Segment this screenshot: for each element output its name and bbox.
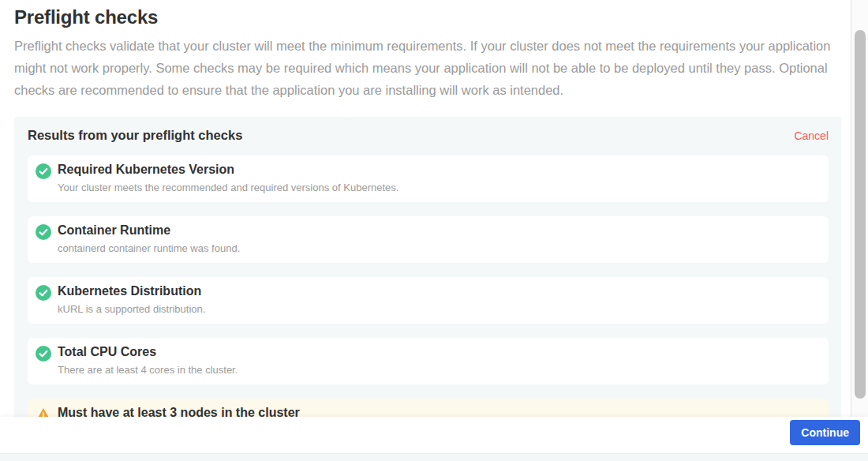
check-card-container-runtime: Container Runtime containerd container r… — [28, 216, 829, 263]
bottom-strip — [0, 453, 868, 461]
check-circle-icon — [36, 346, 51, 362]
check-title: Container Runtime — [58, 223, 816, 238]
cancel-link[interactable]: Cancel — [794, 129, 829, 142]
preflight-content: Preflight checks Preflight checks valida… — [0, 0, 851, 417]
check-body: Total CPU Cores There are at least 4 cor… — [58, 345, 816, 376]
check-body: Kubernetes Distribution kURL is a suppor… — [58, 284, 816, 315]
check-title: Required Kubernetes Version — [58, 163, 816, 177]
warning-triangle-icon — [36, 407, 51, 417]
scrollbar-track[interactable] — [851, 0, 868, 417]
continue-button[interactable]: Continue — [790, 420, 860, 445]
page-description: Preflight checks validate that your clus… — [14, 35, 841, 101]
check-circle-icon — [36, 285, 51, 301]
check-body: Container Runtime containerd container r… — [58, 223, 816, 254]
preflight-checks-page: Preflight checks Preflight checks valida… — [0, 0, 868, 461]
page-title: Preflight checks — [14, 6, 841, 28]
panel-header-row: Results from your preflight checks Cance… — [28, 128, 829, 143]
check-title: Kubernetes Distribution — [58, 284, 816, 298]
check-card-kubernetes-distribution: Kubernetes Distribution kURL is a suppor… — [28, 277, 829, 324]
check-body: Required Kubernetes Version Your cluster… — [58, 163, 816, 193]
scrollbar-thumb[interactable] — [855, 30, 866, 399]
check-circle-icon — [36, 224, 51, 240]
check-body: Must have at least 3 nodes in the cluste… — [58, 406, 816, 417]
check-card-required-kubernetes-version: Required Kubernetes Version Your cluster… — [28, 156, 829, 202]
footer-bar: Continue — [0, 417, 868, 453]
check-card-total-cpu-cores: Total CPU Cores There are at least 4 cor… — [28, 338, 829, 384]
check-card-minimum-nodes: Must have at least 3 nodes in the cluste… — [28, 399, 829, 417]
results-header: Results from your preflight checks — [28, 128, 242, 143]
check-title: Must have at least 3 nodes in the cluste… — [58, 406, 816, 417]
preflight-results-panel: Results from your preflight checks Cance… — [14, 117, 841, 417]
check-message: There are at least 4 cores in the cluste… — [58, 364, 816, 376]
check-message: containerd container runtime was found. — [58, 242, 816, 254]
check-message: kURL is a supported distribution. — [58, 303, 816, 315]
check-circle-icon — [36, 163, 51, 179]
check-message: Your cluster meets the recommended and r… — [58, 182, 816, 193]
check-title: Total CPU Cores — [58, 345, 816, 359]
